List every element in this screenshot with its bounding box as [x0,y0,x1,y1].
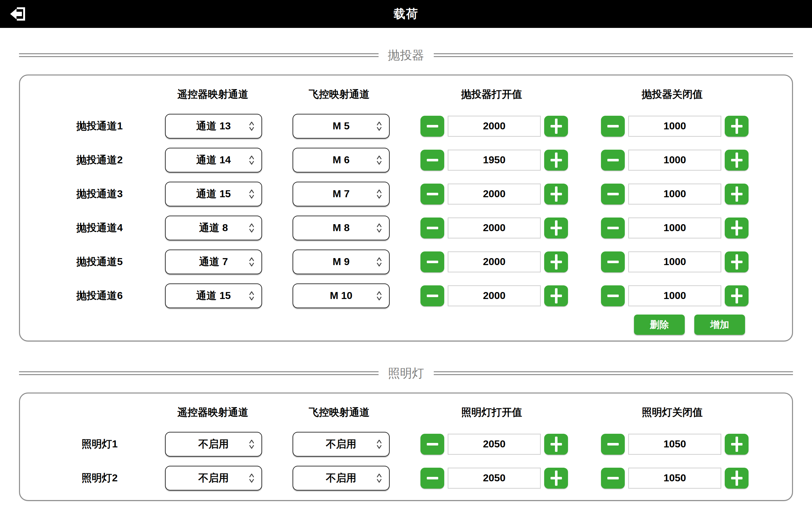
rows: 抛投通道1 通道 13 M 5 [34,109,792,313]
select-chevrons-icon [376,155,383,166]
open-value-minus-button[interactable] [420,150,444,171]
open-value-minus-button[interactable] [420,218,444,238]
close-value-minus-button[interactable] [601,150,625,171]
column-headers-row: 遥控器映射通道 飞控映射通道 照明灯打开值 照明灯关闭值 [34,398,792,427]
rc-channel-select[interactable]: 通道 15 [165,182,262,207]
fc-channel-select[interactable]: M 5 [293,114,390,138]
close-value-input[interactable] [628,434,721,455]
open-value-plus-button[interactable] [544,434,568,455]
select-chevrons-icon [248,290,255,301]
rows: 照明灯1 不启用 不启用 [34,427,792,495]
open-value-input[interactable] [448,285,541,306]
close-value-input[interactable] [628,285,721,306]
open-value-minus-button[interactable] [420,183,444,205]
rc-channel-select[interactable]: 不启用 [165,466,262,491]
close-value-plus-button[interactable] [725,150,749,171]
close-value-plus-button[interactable] [725,183,749,205]
close-value-input[interactable] [628,468,721,489]
open-value-input[interactable] [448,218,541,238]
select-chevrons-icon [248,256,255,268]
open-value-minus-button[interactable] [420,285,444,306]
fc-channel-select[interactable]: M 8 [293,216,390,240]
open-value-input[interactable] [448,116,541,137]
select-chevrons-icon [248,188,255,200]
plus-icon [730,437,743,452]
rc-channel-select[interactable]: 通道 7 [165,249,262,274]
open-value-stepper [420,150,568,171]
open-value-input[interactable] [448,251,541,272]
close-value-input[interactable] [628,251,721,272]
payload-row: 抛投通道5 通道 7 M 9 [34,245,792,279]
open-value-plus-button[interactable] [544,116,568,137]
minus-icon [607,477,619,480]
add-button[interactable]: 增加 [694,315,745,335]
rc-channel-select[interactable]: 通道 8 [165,216,262,240]
fc-channel-select-value: M 5 [333,120,349,132]
section-2: 照明灯 遥控器映射通道 飞控映射通道 照明灯打开值 照明灯关闭值 照明灯1 不启… [0,365,812,501]
fc-channel-select-value: M 10 [330,290,352,301]
close-value-minus-button[interactable] [601,218,625,238]
back-button[interactable] [8,4,29,24]
close-value-input[interactable] [628,116,721,137]
open-value-plus-button[interactable] [544,468,568,489]
close-value-minus-button[interactable] [601,183,625,205]
fc-channel-select[interactable]: 不启用 [293,466,390,491]
select-chevrons-icon [376,222,383,234]
close-value-plus-button[interactable] [725,251,749,272]
minus-icon [427,193,438,195]
column-header-fc-channel: 飞控映射通道 [291,88,387,102]
open-value-plus-button[interactable] [544,183,568,205]
close-value-plus-button[interactable] [725,468,749,489]
close-value-plus-button[interactable] [725,285,749,306]
open-value-plus-button[interactable] [544,251,568,272]
open-value-plus-button[interactable] [544,150,568,171]
rc-channel-select[interactable]: 不启用 [165,432,262,457]
select-chevrons-icon [248,439,255,450]
open-value-minus-button[interactable] [420,468,444,489]
fc-channel-select[interactable]: M 9 [293,249,390,274]
select-chevrons-icon [248,472,255,484]
fc-channel-select[interactable]: M 10 [293,283,390,308]
open-value-minus-button[interactable] [420,116,444,137]
open-value-stepper [420,468,568,489]
fc-channel-select[interactable]: M 6 [293,148,390,172]
minus-icon [427,159,438,161]
close-value-minus-button[interactable] [601,468,625,489]
rc-channel-select[interactable]: 通道 15 [165,283,262,308]
row-label: 照明灯1 [34,437,165,451]
close-value-minus-button[interactable] [601,285,625,306]
fc-channel-select[interactable]: M 7 [293,182,390,207]
row-label: 抛投通道6 [34,289,165,303]
column-header-open-value: 照明灯打开值 [418,405,565,419]
close-value-minus-button[interactable] [601,434,625,455]
open-value-plus-button[interactable] [544,285,568,306]
rc-channel-select-value: 不启用 [198,471,229,485]
open-value-input[interactable] [448,434,541,455]
fc-channel-select[interactable]: 不启用 [293,432,390,457]
top-bar: 载荷 [0,0,812,28]
open-value-input[interactable] [448,468,541,489]
minus-icon [427,294,438,297]
close-value-plus-button[interactable] [725,116,749,137]
close-value-plus-button[interactable] [725,218,749,238]
close-value-plus-button[interactable] [725,434,749,455]
minus-icon [607,294,619,297]
open-value-minus-button[interactable] [420,434,444,455]
close-value-minus-button[interactable] [601,251,625,272]
close-value-stepper [601,434,749,455]
close-value-input[interactable] [628,150,721,171]
rc-channel-select-value: 通道 7 [199,255,228,269]
open-value-input[interactable] [448,183,541,205]
rc-channel-select[interactable]: 通道 14 [165,148,262,172]
close-value-minus-button[interactable] [601,116,625,137]
delete-button[interactable]: 删除 [634,315,685,335]
rc-channel-select[interactable]: 通道 13 [165,114,262,138]
open-value-plus-button[interactable] [544,218,568,238]
close-value-input[interactable] [628,218,721,238]
open-value-input[interactable] [448,150,541,171]
plus-icon [730,220,743,236]
minus-icon [607,227,619,229]
plus-icon [550,220,563,236]
open-value-minus-button[interactable] [420,251,444,272]
close-value-input[interactable] [628,183,721,205]
